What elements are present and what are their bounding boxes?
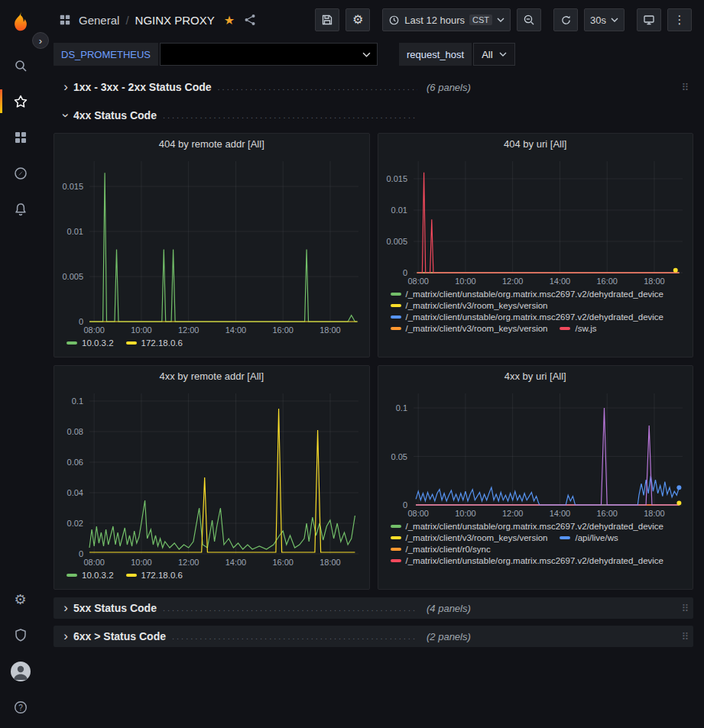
server-admin-shield-icon[interactable]	[0, 617, 41, 653]
svg-text:16:00: 16:00	[272, 558, 294, 567]
time-series-chart[interactable]: 08:0010:0012:0014:0016:0018:0000.050.1	[378, 386, 693, 520]
panel-title[interactable]: 4xx by uri [All]	[378, 366, 693, 386]
svg-text:08:00: 08:00	[407, 277, 429, 286]
svg-text:0: 0	[402, 268, 407, 277]
legend-item[interactable]: /_matrix/client/unstable/org.matrix.msc2…	[391, 312, 664, 322]
search-icon[interactable]	[0, 47, 41, 83]
chevron-right-icon: ›	[58, 600, 73, 616]
chart-legend: /_matrix/client/unstable/org.matrix.msc2…	[378, 520, 693, 589]
save-icon	[321, 14, 333, 26]
chart-svg: 08:0010:0012:0014:0016:0018:0000.0050.01…	[54, 154, 369, 337]
row-header-5xx[interactable]: › 5xx Status Code (4 panels) ⠿	[54, 597, 693, 619]
share-icon[interactable]	[244, 14, 256, 26]
panel-title[interactable]: 4xx by remote addr [All]	[54, 366, 369, 386]
refresh-interval-dropdown[interactable]: 30s	[584, 8, 625, 31]
panel-grid: 4xx by remote addr [All] 08:0010:0012:00…	[54, 365, 693, 590]
alerting-bell-icon[interactable]	[0, 191, 41, 227]
legend-swatch-icon	[126, 341, 137, 345]
panel-4xx-by-uri: 4xx by uri [All] 08:0010:0012:0014:0016:…	[378, 365, 694, 590]
svg-text:0: 0	[79, 549, 83, 558]
row-panel-count: (6 panels)	[427, 82, 471, 93]
svg-text:12:00: 12:00	[178, 558, 200, 567]
row-header-4xx[interactable]: › 4xx Status Code	[54, 105, 693, 126]
legend-swatch-icon	[391, 327, 401, 330]
legend-item[interactable]: /_matrix/client/v3/room_keys/version	[391, 324, 548, 333]
legend-series-label: /_matrix/client/r0/sync	[406, 545, 491, 554]
refresh-button[interactable]	[553, 8, 578, 31]
favorite-star-icon[interactable]: ★	[224, 13, 235, 28]
drag-handle-icon[interactable]: ⠿	[681, 632, 689, 642]
chevron-right-icon: ›	[58, 629, 73, 644]
legend-item[interactable]: /_matrix/client/v3/room_keys/version	[391, 533, 548, 542]
svg-text:18:00: 18:00	[320, 325, 341, 335]
settings-gear-icon[interactable]: ⚙	[0, 581, 41, 617]
legend-series-label: /api/live/ws	[575, 533, 618, 542]
request-host-variable-label[interactable]: request_host	[399, 43, 472, 66]
legend-item[interactable]: 172.18.0.6	[126, 338, 183, 348]
svg-text:0.1: 0.1	[395, 403, 407, 413]
series-line	[416, 476, 679, 505]
svg-text:0.04: 0.04	[67, 488, 83, 497]
dashboard-settings-button[interactable]: ⚙	[346, 8, 370, 31]
more-options-button[interactable]: ⋮	[667, 8, 692, 31]
time-series-chart[interactable]: 08:0010:0012:0014:0016:0018:0000.0050.01…	[378, 154, 693, 288]
zoom-out-button[interactable]	[517, 8, 541, 31]
series-line	[417, 173, 679, 273]
panel-title[interactable]: 404 by uri [All]	[378, 134, 693, 154]
chart-legend: 10.0.3.2172.18.0.6	[54, 337, 369, 357]
time-range-picker[interactable]: Last 12 hours CST	[382, 8, 511, 31]
svg-text:14:00: 14:00	[225, 558, 247, 567]
save-dashboard-button[interactable]	[315, 8, 339, 31]
request-host-variable-select[interactable]: All	[473, 43, 514, 66]
legend-item[interactable]: /_matrix/client/unstable/org.matrix.msc2…	[391, 556, 664, 565]
svg-text:0.1: 0.1	[72, 396, 83, 406]
time-series-chart[interactable]: 08:0010:0012:0014:0016:0018:0000.020.040…	[54, 386, 369, 569]
legend-item[interactable]: /api/live/ws	[560, 533, 618, 542]
svg-text:0.005: 0.005	[386, 237, 407, 246]
svg-text:18:00: 18:00	[644, 277, 665, 286]
time-series-chart[interactable]: 08:0010:0012:0014:0016:0018:0000.0050.01…	[54, 154, 369, 337]
breadcrumb-dashboard-title[interactable]: NGINX PROXY	[135, 14, 215, 27]
legend-swatch-icon	[391, 293, 401, 296]
datasource-variable-select[interactable]	[160, 43, 378, 66]
panel-title[interactable]: 404 by remote addr [All]	[54, 134, 369, 154]
legend-swatch-icon	[67, 574, 77, 577]
starred-dashboards-icon[interactable]	[0, 83, 41, 119]
dashboards-icon[interactable]	[0, 119, 41, 155]
explore-compass-icon[interactable]	[0, 155, 41, 191]
legend-item[interactable]: /_matrix/client/v3/room_keys/version	[391, 301, 548, 310]
datasource-variable-label[interactable]: DS_PROMETHEUS	[54, 43, 158, 66]
breadcrumb-folder[interactable]: General	[79, 14, 119, 27]
row-header-6xx[interactable]: › 6xx > Status Code (2 panels) ⠿	[54, 626, 693, 647]
help-icon[interactable]: ?	[0, 689, 41, 725]
svg-text:14:00: 14:00	[549, 277, 570, 286]
legend-item[interactable]: 172.18.0.6	[126, 571, 183, 580]
zoom-out-icon	[523, 14, 535, 26]
grafana-app: ⚙ ? ›	[0, 0, 704, 728]
legend-item[interactable]: /_matrix/client/r0/sync	[391, 545, 491, 554]
legend-series-label: /_matrix/client/unstable/org.matrix.msc2…	[406, 522, 664, 531]
legend-series-label: /sw.js	[575, 324, 596, 333]
drag-handle-icon[interactable]: ⠿	[681, 603, 689, 613]
legend-item[interactable]: /_matrix/client/unstable/org.matrix.msc2…	[391, 522, 664, 531]
drag-handle-icon[interactable]: ⠿	[681, 83, 689, 92]
svg-text:14:00: 14:00	[225, 325, 247, 335]
row-dots-leader	[163, 111, 417, 120]
user-avatar[interactable]	[0, 653, 41, 689]
svg-text:0.06: 0.06	[67, 458, 83, 467]
legend-item[interactable]: /_matrix/client/unstable/org.matrix.msc2…	[391, 290, 664, 299]
panel-grid: 404 by remote addr [All] 08:0010:0012:00…	[54, 133, 693, 358]
legend-item[interactable]: /sw.js	[560, 324, 596, 333]
tv-view-button[interactable]	[637, 8, 661, 31]
row-header-1xx-3xx-2xx[interactable]: › 1xx - 3xx - 2xx Status Code (6 panels)…	[54, 76, 693, 98]
expand-menu-button[interactable]: ›	[32, 32, 49, 49]
svg-text:0.005: 0.005	[62, 272, 83, 281]
legend-swatch-icon	[67, 341, 77, 345]
legend-item[interactable]: 10.0.3.2	[67, 338, 114, 348]
sidebar: ⚙ ?	[0, 0, 41, 728]
refresh-interval-value: 30s	[590, 15, 606, 26]
svg-text:0.015: 0.015	[386, 174, 407, 183]
legend-item[interactable]: 10.0.3.2	[67, 571, 114, 580]
main-area: General / NGINX PROXY ★ ⚙	[41, 0, 704, 728]
row-left: › 5xx Status Code	[58, 600, 423, 616]
